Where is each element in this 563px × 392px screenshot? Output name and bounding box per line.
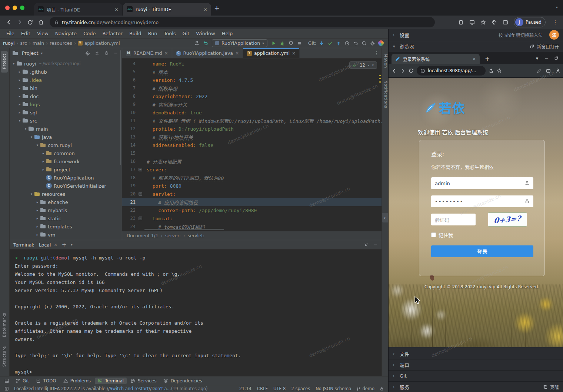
status-item[interactable]: 21:14 bbox=[239, 386, 251, 391]
editor-breadcrumb-item[interactable]: Document 1/1 bbox=[127, 233, 158, 238]
tree-item[interactable]: ▸.idea bbox=[10, 76, 122, 84]
breadcrumb-item[interactable]: application.yml bbox=[84, 40, 120, 46]
tree-chevron-icon[interactable]: ▸ bbox=[35, 217, 40, 220]
tool-tab-terminal[interactable]: Terminal bbox=[95, 378, 127, 384]
readonly-lock-icon[interactable] bbox=[380, 387, 384, 391]
tree-item[interactable]: ▸static bbox=[10, 214, 122, 222]
tree-chevron-icon[interactable]: ▾ bbox=[11, 62, 16, 66]
terminal-tab-close-icon[interactable]: × bbox=[54, 242, 57, 247]
tree-scrollbar[interactable] bbox=[120, 50, 121, 165]
new-tab-button[interactable]: + bbox=[214, 5, 220, 11]
username-field[interactable]: admin bbox=[431, 177, 533, 189]
editor-content[interactable]: 4 name: RuoYi5 # 版本6 version: 4.7.57 # 版… bbox=[122, 58, 382, 231]
tree-item[interactable]: ▸mybatis bbox=[10, 206, 122, 214]
tree-chevron-icon[interactable]: ▾ bbox=[17, 119, 22, 123]
code-line[interactable]: 21 # 应用的访问路径 bbox=[122, 198, 382, 206]
editor-breadcrumb-item[interactable]: server: bbox=[165, 233, 181, 238]
menu-window[interactable]: Window bbox=[193, 31, 218, 36]
tool-tab-dependencies[interactable]: Dependencies bbox=[160, 378, 205, 384]
tree-chevron-icon[interactable]: ▸ bbox=[17, 78, 22, 82]
services-row[interactable]: › 服务 克隆 bbox=[389, 381, 563, 392]
tree-chevron-icon[interactable]: ▾ bbox=[35, 143, 40, 147]
open-new-window-button[interactable]: 新窗口打开 bbox=[530, 43, 559, 50]
browser-tab[interactable]: </>项目 - TitanIDE× bbox=[34, 3, 122, 16]
browser-menu-icon[interactable]: ⋮ bbox=[553, 19, 558, 25]
tree-item[interactable]: ▸templates bbox=[10, 222, 122, 231]
captcha-field[interactable]: 验证码 bbox=[431, 214, 476, 225]
close-window-icon[interactable] bbox=[5, 6, 10, 10]
editor-tab-close-icon[interactable]: × bbox=[235, 51, 239, 56]
side-panel-icon[interactable] bbox=[503, 20, 508, 25]
tree-chevron-icon[interactable]: ▾ bbox=[29, 135, 34, 139]
browser-tab[interactable]: </>ruoyi - TitanIDE× bbox=[123, 3, 211, 16]
minimize-window-icon[interactable] bbox=[13, 6, 17, 10]
tree-chevron-icon[interactable]: ▾ bbox=[23, 127, 28, 131]
tree-item[interactable]: ▾java bbox=[10, 133, 122, 141]
breadcrumb-item[interactable]: src bbox=[20, 40, 27, 46]
fold-marker-icon[interactable]: − bbox=[139, 168, 142, 171]
stop-button[interactable] bbox=[295, 39, 304, 47]
status-item[interactable]: CRLF bbox=[257, 386, 268, 391]
pen-icon[interactable] bbox=[537, 68, 542, 73]
editor-breadcrumb-item[interactable]: servlet: bbox=[188, 233, 204, 238]
tree-item[interactable]: ▸sql bbox=[10, 108, 122, 117]
embedded-forward-icon[interactable] bbox=[400, 68, 406, 74]
menu-file[interactable]: File bbox=[3, 31, 18, 36]
embedded-refresh-icon[interactable] bbox=[409, 68, 414, 73]
code-line[interactable]: 8 copyrightYear: 2022 bbox=[122, 92, 382, 100]
rollback-icon[interactable] bbox=[351, 39, 360, 47]
tree-chevron-icon[interactable]: ▾ bbox=[29, 192, 34, 196]
git-push-icon[interactable] bbox=[334, 39, 343, 47]
embedded-restore-icon[interactable] bbox=[553, 55, 560, 61]
code-line[interactable]: 19 port: 8080 bbox=[122, 182, 382, 190]
bookmark-star-icon[interactable] bbox=[480, 20, 486, 25]
run-config-select[interactable]: RuoYiApplication ▾ bbox=[212, 39, 267, 47]
fold-marker-icon[interactable]: − bbox=[139, 192, 142, 196]
tree-chevron-icon[interactable]: ▸ bbox=[41, 151, 46, 155]
tree-chevron-icon[interactable]: ▸ bbox=[17, 103, 22, 106]
code-line[interactable]: 10 demoEnabled: true bbox=[122, 108, 382, 117]
status-item[interactable]: 2 spaces bbox=[291, 386, 310, 391]
git-update-icon[interactable] bbox=[317, 39, 326, 47]
menu-navigate[interactable]: Navigate bbox=[52, 31, 80, 36]
menu-build[interactable]: Build bbox=[126, 31, 145, 36]
plugin-update-icon[interactable] bbox=[4, 386, 9, 391]
editor-tab-close-icon[interactable]: × bbox=[292, 51, 296, 56]
extensions-icon[interactable] bbox=[492, 20, 497, 25]
tree-item[interactable]: ▸framework bbox=[10, 157, 122, 165]
code-line[interactable]: 16# 开发环境配置 bbox=[122, 157, 382, 165]
stripe-structure[interactable]: Structure bbox=[1, 344, 8, 371]
tool-tab-git[interactable]: Git bbox=[13, 378, 32, 384]
panel-settings-icon[interactable] bbox=[103, 50, 110, 57]
profile-icon[interactable] bbox=[555, 68, 560, 73]
ports-row[interactable]: › 端口 bbox=[389, 359, 563, 370]
menu-tools[interactable]: Tools bbox=[161, 31, 179, 36]
menu-refactor[interactable]: Refactor bbox=[99, 31, 126, 36]
forward-icon[interactable] bbox=[14, 17, 24, 27]
terminal-tab-local[interactable]: Local× bbox=[39, 242, 57, 248]
toolwindow-switcher-icon[interactable] bbox=[4, 378, 9, 383]
code-line[interactable]: 5 # 版本 bbox=[122, 68, 382, 76]
tree-item[interactable]: CRuoYiServletInitializer bbox=[10, 182, 122, 190]
tree-chevron-icon[interactable]: ▸ bbox=[35, 225, 40, 228]
tree-item[interactable]: ▾ruoyi~/workspace/ruoyi bbox=[10, 60, 122, 68]
menu-view[interactable]: View bbox=[34, 31, 52, 36]
settings-icon[interactable] bbox=[368, 39, 377, 47]
stripe-bookmarks[interactable]: Bookmarks bbox=[1, 310, 8, 341]
login-button[interactable]: 登录 bbox=[431, 245, 533, 257]
address-bar[interactable]: try.titanide.cn/ide/web/coding/ruoyi/dem… bbox=[50, 17, 435, 27]
chevron-down-icon[interactable]: ▾ bbox=[41, 51, 43, 55]
tree-chevron-icon[interactable]: ▸ bbox=[41, 160, 46, 163]
git-branch-widget[interactable]: demo bbox=[356, 386, 374, 391]
minimize-terminal-icon[interactable] bbox=[373, 242, 378, 247]
tree-item[interactable]: ▸doc bbox=[10, 92, 122, 100]
project-panel-title[interactable]: Project bbox=[22, 50, 38, 56]
menu-code[interactable]: Code bbox=[80, 31, 99, 36]
maximize-window-icon[interactable] bbox=[20, 6, 24, 10]
menu-help[interactable]: Help bbox=[219, 31, 236, 36]
bookmark-star-icon[interactable] bbox=[497, 68, 502, 73]
tree-item[interactable]: ▸logs bbox=[10, 100, 122, 108]
tree-item[interactable]: ▸vm bbox=[10, 231, 122, 239]
share-icon[interactable] bbox=[489, 68, 494, 73]
tree-item[interactable]: ▸common bbox=[10, 149, 122, 157]
